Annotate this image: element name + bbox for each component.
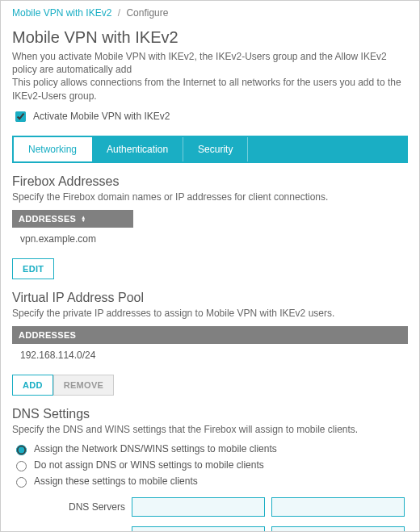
firebox-col-label: ADDRESSES xyxy=(19,214,76,224)
breadcrumb: Mobile VPN with IKEv2 / Configure xyxy=(12,7,408,22)
dns-server-2-input[interactable] xyxy=(271,497,405,517)
vip-col-label: ADDRESSES xyxy=(19,330,76,340)
add-button[interactable]: ADD xyxy=(12,375,53,396)
firebox-desc: Specify the Firebox domain names or IP a… xyxy=(12,191,408,203)
tab-bar: Networking Authentication Security xyxy=(12,136,408,163)
dns-radio-group: Assign the Network DNS/WINS settings to … xyxy=(12,442,408,488)
dns-radio-custom-label: Assign these settings to mobile clients xyxy=(34,475,198,487)
vip-table-row[interactable]: 192.168.114.0/24 xyxy=(12,344,408,367)
dns-radio-network-label: Assign the Network DNS/WINS settings to … xyxy=(34,443,277,455)
dns-radio-none[interactable] xyxy=(16,461,27,471)
dns-radio-network[interactable] xyxy=(16,445,27,455)
tab-networking[interactable]: Networking xyxy=(14,137,92,161)
page-description: When you activate Mobile VPN with IKEv2,… xyxy=(12,50,408,103)
tab-security[interactable]: Security xyxy=(183,137,248,161)
breadcrumb-sep: / xyxy=(118,7,120,19)
tab-authentication[interactable]: Authentication xyxy=(92,137,183,161)
activate-checkbox[interactable] xyxy=(15,111,26,122)
dns-radio-none-label: Do not assign DNS or WINS settings to mo… xyxy=(34,459,264,471)
wins-server-1-input[interactable] xyxy=(132,526,265,532)
firebox-table-header[interactable]: ADDRESSES ▲▼ xyxy=(12,210,133,228)
dns-heading: DNS Settings xyxy=(12,407,408,421)
vip-table-header[interactable]: ADDRESSES xyxy=(12,326,408,344)
wins-server-2-input[interactable] xyxy=(271,526,405,532)
firebox-table-row[interactable]: vpn.example.com xyxy=(12,228,408,250)
vip-desc: Specify the private IP addresses to assi… xyxy=(12,307,408,320)
dns-radio-custom[interactable] xyxy=(16,477,27,488)
breadcrumb-link[interactable]: Mobile VPN with IKEv2 xyxy=(12,7,111,19)
page-title: Mobile VPN with IKEv2 xyxy=(12,28,408,47)
edit-button[interactable]: EDIT xyxy=(12,258,54,279)
firebox-heading: Firebox Addresses xyxy=(12,174,408,189)
dns-server-1-input[interactable] xyxy=(132,497,265,517)
dns-servers-label: DNS Servers xyxy=(20,501,125,513)
dns-desc: Specify the DNS and WINS settings that t… xyxy=(12,423,408,436)
vip-heading: Virtual IP Address Pool xyxy=(12,291,408,305)
breadcrumb-current: Configure xyxy=(126,7,168,19)
tab-filler xyxy=(248,137,406,161)
activate-label: Activate Mobile VPN with IKEv2 xyxy=(33,111,170,122)
remove-button[interactable]: REMOVE xyxy=(53,375,114,396)
sort-icon: ▲▼ xyxy=(81,216,86,222)
